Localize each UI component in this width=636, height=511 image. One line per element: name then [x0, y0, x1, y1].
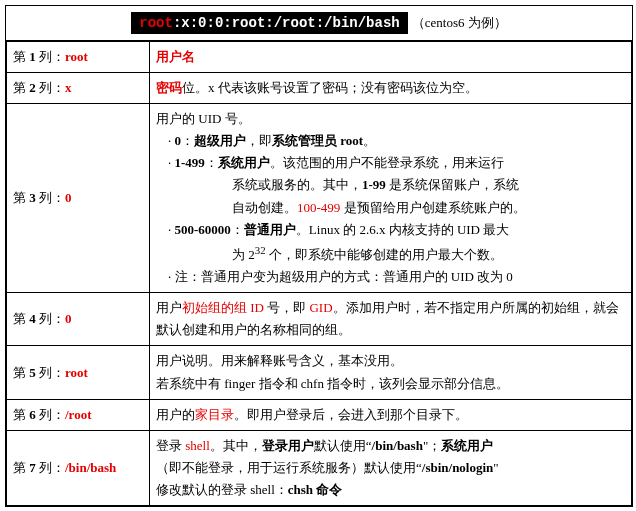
- header-caption: （centos6 为例）: [412, 14, 507, 32]
- passwd-table-container: root:x:0:0:root:/root:/bin/bash（centos6 …: [5, 5, 633, 507]
- col-label: 第 4 列：0: [7, 293, 150, 346]
- fields-table: 第 1 列：root 用户名 第 2 列：x 密码位。x 代表该账号设置了密码；…: [6, 41, 632, 506]
- col-desc: 用户的家目录。即用户登录后，会进入到那个目录下。: [150, 399, 632, 430]
- table-row: 第 6 列：/root 用户的家目录。即用户登录后，会进入到那个目录下。: [7, 399, 632, 430]
- header-row: root:x:0:0:root:/root:/bin/bash（centos6 …: [6, 6, 632, 41]
- col-desc: 用户名: [150, 42, 632, 73]
- code-rest: :x:0:0:root:/root:/bin/bash: [173, 15, 400, 31]
- table-row: 第 3 列：0 用户的 UID 号。 · 0：超级用户，即系统管理员 root。…: [7, 104, 632, 293]
- table-row: 第 2 列：x 密码位。x 代表该账号设置了密码；没有密码该位为空。: [7, 73, 632, 104]
- col-desc: 登录 shell。其中，登录用户默认使用“/bin/bash"；系统用户 （即不…: [150, 430, 632, 505]
- col-desc: 用户的 UID 号。 · 0：超级用户，即系统管理员 root。 · 1-499…: [150, 104, 632, 293]
- col-desc: 用户初始组的组 ID 号，即 GID。添加用户时，若不指定用户所属的初始组，就会…: [150, 293, 632, 346]
- col-desc: 密码位。x 代表该账号设置了密码；没有密码该位为空。: [150, 73, 632, 104]
- table-row: 第 5 列：root 用户说明。用来解释账号含义，基本没用。 若系统中有 fin…: [7, 346, 632, 399]
- table-row: 第 1 列：root 用户名: [7, 42, 632, 73]
- col-label: 第 1 列：root: [7, 42, 150, 73]
- col-label: 第 2 列：x: [7, 73, 150, 104]
- table-row: 第 7 列：/bin/bash 登录 shell。其中，登录用户默认使用“/bi…: [7, 430, 632, 505]
- col-label: 第 7 列：/bin/bash: [7, 430, 150, 505]
- table-row: 第 4 列：0 用户初始组的组 ID 号，即 GID。添加用户时，若不指定用户所…: [7, 293, 632, 346]
- col-label: 第 5 列：root: [7, 346, 150, 399]
- col-desc: 用户说明。用来解释账号含义，基本没用。 若系统中有 finger 指令和 chf…: [150, 346, 632, 399]
- col-label: 第 6 列：/root: [7, 399, 150, 430]
- passwd-line-code: root:x:0:0:root:/root:/bin/bash: [131, 12, 407, 34]
- code-root: root: [139, 15, 173, 31]
- col-label: 第 3 列：0: [7, 104, 150, 293]
